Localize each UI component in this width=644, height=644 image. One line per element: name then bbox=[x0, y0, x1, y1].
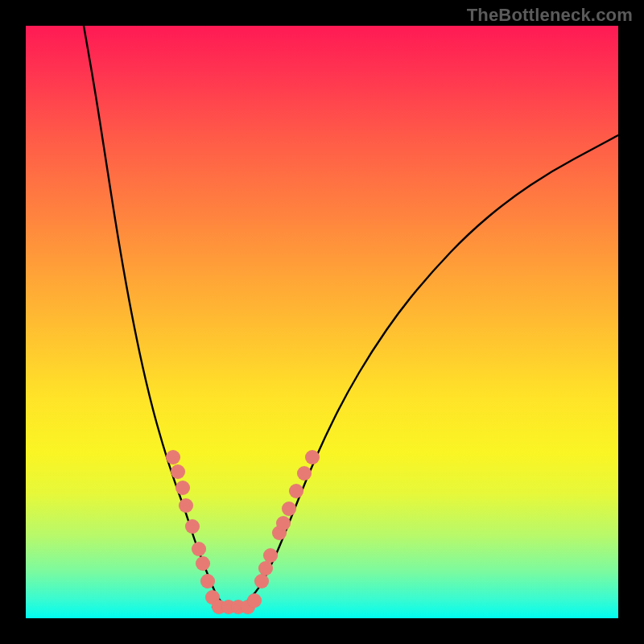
chart-svg bbox=[26, 26, 618, 618]
marker-dot bbox=[192, 542, 206, 556]
marker-dot bbox=[254, 574, 269, 588]
marker-dot bbox=[166, 450, 180, 464]
marker-group bbox=[166, 450, 320, 614]
marker-dot bbox=[185, 519, 200, 534]
marker-dot bbox=[179, 498, 193, 513]
marker-dot bbox=[305, 450, 320, 464]
curve-left-branch bbox=[84, 26, 227, 605]
marker-dot bbox=[200, 574, 215, 588]
marker-dot bbox=[276, 516, 291, 530]
marker-dot bbox=[297, 466, 312, 481]
marker-dot bbox=[196, 556, 210, 571]
marker-dot bbox=[258, 561, 273, 576]
marker-dot bbox=[282, 502, 296, 516]
chart-frame: TheBottleneck.com bbox=[0, 0, 644, 644]
curve-right-branch bbox=[243, 135, 618, 605]
plot-area bbox=[26, 26, 618, 618]
marker-dot bbox=[289, 484, 303, 498]
marker-dot bbox=[171, 464, 185, 479]
marker-dot bbox=[175, 481, 190, 495]
attribution-text: TheBottleneck.com bbox=[467, 5, 633, 26]
marker-dot bbox=[263, 548, 278, 563]
marker-dot bbox=[247, 593, 262, 608]
